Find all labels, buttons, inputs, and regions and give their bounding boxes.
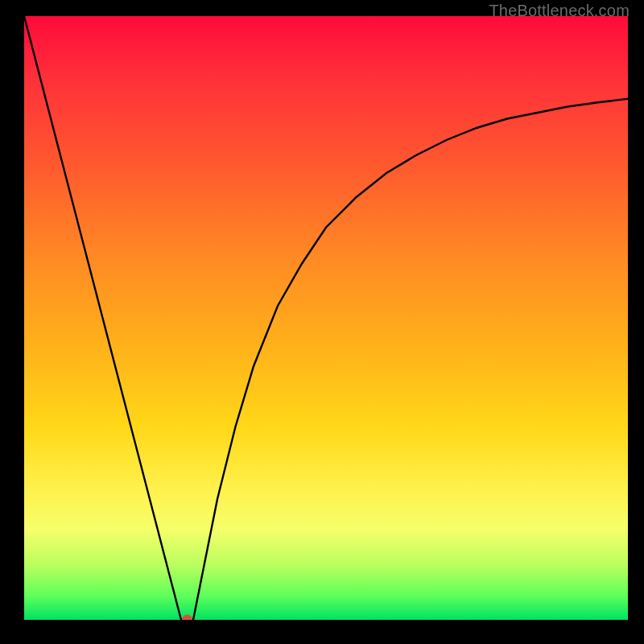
bottleneck-curve (24, 16, 628, 620)
chart-frame: TheBottleneck.com (0, 0, 644, 644)
curve-right (193, 99, 628, 620)
curve-left (24, 16, 181, 620)
minimum-marker (182, 615, 192, 621)
plot-area (24, 16, 628, 620)
